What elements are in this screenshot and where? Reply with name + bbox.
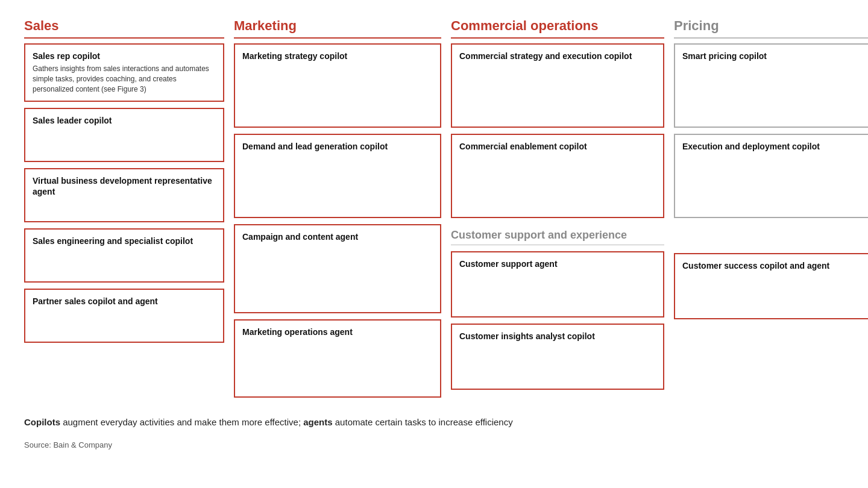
- pricing-column: Pricing Smart pricing copilot Execution …: [669, 18, 868, 404]
- card-vbdr: Virtual business development representat…: [24, 168, 224, 222]
- card-comm-strategy-title: Commercial strategy and execution copilo…: [459, 51, 656, 61]
- card-customer-support-title: Customer support agent: [459, 258, 656, 269]
- footer-agents-bold: agents: [303, 417, 332, 427]
- card-sales-rep-desc: Gathers insights from sales interactions…: [33, 64, 216, 94]
- commercial-ops-column: Commercial operations Commercial strateg…: [446, 18, 669, 404]
- card-sales-eng-title: Sales engineering and specialist copilot: [33, 236, 216, 246]
- sales-column: Sales Sales rep copilot Gathers insights…: [24, 18, 229, 404]
- card-campaign-content: Campaign and content agent: [234, 224, 441, 313]
- card-customer-insights: Customer insights analyst copilot: [451, 324, 664, 390]
- footer-note: Copilots augment everyday activities and…: [24, 416, 844, 430]
- footer-text-mid1: augment everyday activities and make the…: [60, 417, 303, 427]
- card-exec-deployment-title: Execution and deployment copilot: [682, 141, 866, 152]
- card-campaign-content-title: Campaign and content agent: [242, 231, 433, 242]
- card-sales-leader-title: Sales leader copilot: [33, 115, 216, 126]
- card-partner-sales: Partner sales copilot and agent: [24, 289, 224, 343]
- card-mktg-strategy: Marketing strategy copilot: [234, 43, 441, 128]
- card-customer-success: Customer success copilot and agent: [674, 253, 868, 319]
- card-smart-pricing-title: Smart pricing copilot: [682, 51, 866, 61]
- customer-support-section: Customer support and experience Customer…: [451, 229, 664, 396]
- card-mktg-strategy-title: Marketing strategy copilot: [242, 51, 433, 61]
- customer-support-header: Customer support and experience: [451, 229, 664, 245]
- card-comm-enablement: Commercial enablement copilot: [451, 134, 664, 218]
- footer-text-mid2: automate certain tasks to increase effic…: [333, 417, 513, 427]
- card-customer-success-title: Customer success copilot and agent: [682, 260, 866, 271]
- card-exec-deployment: Execution and deployment copilot: [674, 134, 868, 218]
- marketing-header: Marketing: [234, 18, 441, 39]
- commercial-ops-header: Commercial operations: [451, 18, 664, 39]
- pricing-header: Pricing: [674, 18, 868, 39]
- footer-copilots-bold: Copilots: [24, 417, 60, 427]
- card-sales-leader: Sales leader copilot: [24, 108, 224, 162]
- card-comm-strategy: Commercial strategy and execution copilo…: [451, 43, 664, 128]
- card-demand-lead: Demand and lead generation copilot: [234, 134, 441, 218]
- source-text: Source: Bain & Company: [24, 440, 844, 449]
- card-vbdr-title: Virtual business development representat…: [33, 175, 216, 197]
- card-comm-enablement-title: Commercial enablement copilot: [459, 141, 656, 152]
- card-customer-insights-title: Customer insights analyst copilot: [459, 331, 656, 342]
- card-partner-sales-title: Partner sales copilot and agent: [33, 296, 216, 307]
- pricing-spacer: [674, 224, 868, 253]
- card-demand-lead-title: Demand and lead generation copilot: [242, 141, 433, 152]
- card-sales-rep-title: Sales rep copilot: [33, 51, 216, 61]
- main-grid: Sales Sales rep copilot Gathers insights…: [24, 18, 844, 404]
- card-customer-support: Customer support agent: [451, 251, 664, 318]
- marketing-column: Marketing Marketing strategy copilot Dem…: [229, 18, 446, 404]
- card-sales-rep: Sales rep copilot Gathers insights from …: [24, 43, 224, 102]
- card-mktg-ops-title: Marketing operations agent: [242, 327, 433, 337]
- card-mktg-ops: Marketing operations agent: [234, 319, 441, 398]
- sales-header: Sales: [24, 18, 224, 39]
- card-sales-eng: Sales engineering and specialist copilot: [24, 228, 224, 283]
- card-smart-pricing: Smart pricing copilot: [674, 43, 868, 128]
